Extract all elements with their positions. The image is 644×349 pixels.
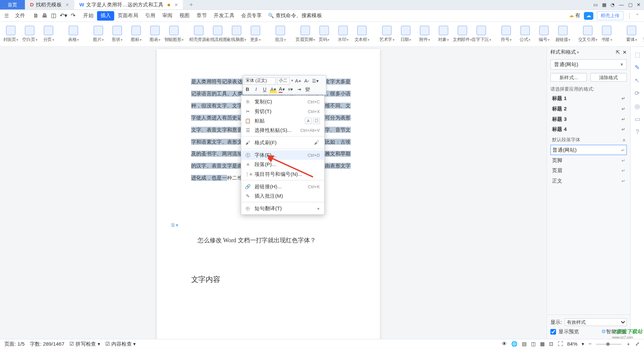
tab-new[interactable]: ＋ xyxy=(183,0,200,9)
view-print-icon[interactable]: ▤ xyxy=(522,341,527,347)
view-globe-icon[interactable]: 🌐 xyxy=(511,341,518,347)
menu-start[interactable]: 开始 xyxy=(80,11,97,20)
menu-file[interactable]: 文件 xyxy=(12,11,29,20)
indent-icon[interactable]: ⇥ xyxy=(296,86,303,93)
highlight-icon[interactable]: A▾ xyxy=(270,86,277,93)
ribbon-图表[interactable]: 图表▾ xyxy=(149,26,161,43)
menu-insert[interactable]: 插入 xyxy=(97,11,114,20)
current-style-select[interactable]: 普通(网站)▾ xyxy=(550,59,627,70)
ribbon-公式[interactable]: 公式▾ xyxy=(519,26,531,43)
ribbon-文档部件[interactable]: 文档部件▾ xyxy=(456,26,469,43)
close-panel-icon[interactable]: ✕ xyxy=(623,49,627,55)
style-默认段落字体[interactable]: 默认段落字体a xyxy=(550,135,627,145)
font-family-input[interactable] xyxy=(244,77,276,85)
ribbon-更多[interactable]: 更多▾ xyxy=(249,26,262,43)
tab-document[interactable]: W文字是人类用符…远的方式和工具●✕ xyxy=(74,0,183,9)
rail-style-icon[interactable]: ✎ xyxy=(635,64,640,71)
status-words[interactable]: 字数: 289/1467 xyxy=(30,340,64,348)
ribbon-分页[interactable]: 分页▾ xyxy=(42,26,55,43)
zoom-in-icon[interactable]: ＋ xyxy=(626,340,631,348)
rail-refresh-icon[interactable]: ⟳ xyxy=(635,90,640,97)
clear-format-button[interactable]: 清除格式 xyxy=(590,73,627,82)
menu-chapter[interactable]: 章节 xyxy=(193,11,210,20)
ribbon-书签[interactable]: 书签▾ xyxy=(600,26,613,43)
view-focus-icon[interactable]: ⊡ xyxy=(549,341,553,347)
fontcolor-icon[interactable]: A▾ xyxy=(278,86,285,93)
view-outline-icon[interactable]: ▦ xyxy=(540,341,545,347)
ribbon-形状[interactable]: 形状▾ xyxy=(111,26,123,43)
ribbon-编号[interactable]: 编号▾ xyxy=(538,26,550,43)
menu-layout[interactable]: 页面布局 xyxy=(114,11,142,20)
close-icon[interactable]: ✕ xyxy=(174,2,178,7)
qa-undo-icon[interactable]: ↶▾ xyxy=(60,12,67,19)
ribbon-表格[interactable]: 表格▾ xyxy=(67,26,80,43)
menu-dev[interactable]: 开发工具 xyxy=(210,11,238,20)
ribbon-附件[interactable]: 附件▾ xyxy=(418,26,431,43)
style-标题 3[interactable]: 标题 3↵ xyxy=(550,114,627,124)
page-break-icon[interactable]: 🗎▾ xyxy=(170,222,178,228)
case-icon[interactable]: 變 xyxy=(304,86,311,93)
maximize-icon[interactable]: ▢ xyxy=(628,2,633,8)
ribbon-窗体[interactable]: 窗体▾ xyxy=(625,26,638,43)
underline-icon[interactable]: U xyxy=(261,86,268,93)
rail-select-icon[interactable]: ⬚ xyxy=(635,51,640,58)
close-window-icon[interactable]: ✕ xyxy=(637,2,641,8)
ribbon-封面页[interactable]: 封面页▾ xyxy=(4,26,17,43)
ctx-粘贴[interactable]: 📋粘贴A☐ xyxy=(241,116,324,126)
menu-vip[interactable]: 会员专享 xyxy=(238,11,265,20)
rail-help-icon[interactable]: ? xyxy=(636,129,639,135)
bold-icon[interactable]: B xyxy=(244,86,251,93)
qa-print-icon[interactable]: 🖶 xyxy=(42,12,48,19)
view-eye-icon[interactable]: 👁 xyxy=(502,341,507,347)
ribbon-页码[interactable]: 页码▾ xyxy=(318,26,330,43)
grow-font-icon[interactable]: A+ xyxy=(294,77,302,85)
window-layout-icon[interactable]: ▭ xyxy=(593,2,598,8)
ribbon-稻壳资源[interactable]: 稻壳资源▾ xyxy=(192,26,205,43)
rail-arrow-icon[interactable]: ↖ xyxy=(635,77,640,84)
qa-preview-icon[interactable]: ◫ xyxy=(51,12,56,19)
ctx-段落(P)...[interactable]: ≡段落(P)... xyxy=(241,160,324,169)
ribbon-水印[interactable]: 水印▾ xyxy=(337,26,350,43)
rail-location-icon[interactable]: ◎ xyxy=(635,103,640,109)
ctx-复制(C)[interactable]: ⎘复制(C)Ctrl+C xyxy=(241,97,324,106)
ribbon-日期[interactable]: 日期▾ xyxy=(399,26,412,43)
show-filter-select[interactable]: 有效样式 xyxy=(565,318,627,326)
style-普通(网站)[interactable]: 普通(网站)↵ xyxy=(550,145,627,155)
ctx-格式刷(F)[interactable]: 🖌格式刷(F)🖌 xyxy=(241,138,324,147)
status-page[interactable]: 页面: 1/5 xyxy=(4,340,25,348)
menu-view[interactable]: 视图 xyxy=(176,11,193,20)
ribbon-图片[interactable]: 图片▾ xyxy=(92,26,105,43)
style-正文[interactable]: 正文↵ xyxy=(550,176,627,186)
ctx-剪切(T)[interactable]: ✂剪切(T)Ctrl+X xyxy=(241,106,324,116)
ribbon-首字下沉[interactable]: 首字下沉▾ xyxy=(475,26,488,43)
ribbon-空白页[interactable]: 空白页▾ xyxy=(23,26,36,43)
ribbon-在线流程图[interactable]: 在线流程图▾ xyxy=(211,26,224,43)
pin-icon[interactable]: ⇱ xyxy=(616,49,620,55)
ribbon-在线脑图[interactable]: 在线脑图▾ xyxy=(230,26,243,43)
ctx-选择性粘贴(S)...[interactable]: ☰选择性粘贴(S)...Ctrl+Alt+V xyxy=(241,126,324,135)
upload-button[interactable]: 稻壳上传 xyxy=(597,11,623,20)
italic-icon[interactable]: I xyxy=(253,86,260,93)
hamburger-icon[interactable]: ☰ xyxy=(4,13,9,19)
ribbon-批注[interactable]: 批注▾ xyxy=(274,26,287,43)
ctx-项目符号和编号(N)...[interactable]: ⋮≡项目符号和编号(N)... xyxy=(241,169,324,179)
style-标题 1[interactable]: 标题 1↵ xyxy=(550,93,627,104)
ribbon-艺术字[interactable]: 艺术字▾ xyxy=(380,26,393,43)
close-icon[interactable]: ✕ xyxy=(65,2,69,7)
zoom-out-icon[interactable]: − xyxy=(589,341,592,347)
ribbon-图标[interactable]: 图标▾ xyxy=(130,26,143,43)
status-content[interactable]: ☑内容检查▾ xyxy=(105,340,136,348)
ctx-字体(F)...[interactable]: ⓣ字体(F)...Ctrl+D xyxy=(241,150,324,160)
style-标题 2[interactable]: 标题 2↵ xyxy=(550,103,627,114)
align-icon[interactable]: ≡▾ xyxy=(287,86,294,93)
ribbon-符号[interactable]: 符号▾ xyxy=(500,26,513,43)
new-style-button[interactable]: 新样式... xyxy=(550,73,587,82)
tab-home[interactable]: 首页 xyxy=(0,0,25,9)
ribbon-交叉引用[interactable]: 交叉引用▾ xyxy=(581,26,594,43)
more-icon[interactable]: ⋮ xyxy=(627,13,632,19)
qa-redo-icon[interactable]: ↷ xyxy=(71,12,75,19)
view-web-icon[interactable]: ◫ xyxy=(531,341,536,347)
shrink-font-icon[interactable]: A- xyxy=(303,77,311,85)
ribbon-页眉页脚[interactable]: 页眉页脚▾ xyxy=(299,26,312,43)
user-icon[interactable]: ◔ xyxy=(610,2,615,8)
